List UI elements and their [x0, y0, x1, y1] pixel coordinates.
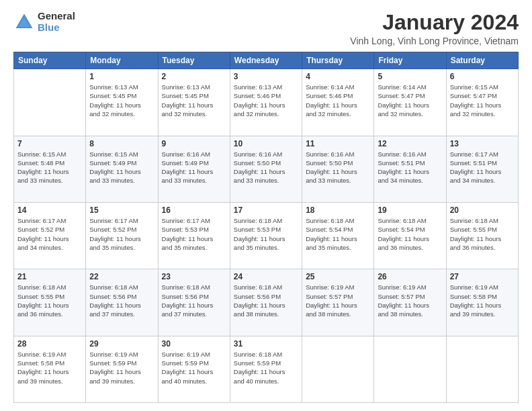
calendar-cell: 22Sunrise: 6:18 AMSunset: 5:56 PMDayligh…: [86, 269, 158, 336]
day-info: Sunrise: 6:13 AMSunset: 5:45 PMDaylight:…: [89, 83, 154, 118]
calendar-cell: 2Sunrise: 6:13 AMSunset: 5:45 PMDaylight…: [158, 69, 230, 136]
day-info: Sunrise: 6:16 AMSunset: 5:49 PMDaylight:…: [162, 150, 226, 185]
day-info: Sunrise: 6:17 AMSunset: 5:51 PMDaylight:…: [450, 150, 515, 185]
day-number: 6: [450, 72, 515, 81]
calendar-cell: 5Sunrise: 6:14 AMSunset: 5:47 PMDaylight…: [374, 69, 446, 136]
col-monday: Monday: [86, 52, 158, 69]
day-info: Sunrise: 6:18 AMSunset: 5:55 PMDaylight:…: [17, 283, 82, 318]
calendar-cell: 10Sunrise: 6:16 AMSunset: 5:50 PMDayligh…: [230, 136, 302, 202]
calendar-cell: 6Sunrise: 6:15 AMSunset: 5:47 PMDaylight…: [446, 69, 518, 136]
calendar-cell: 26Sunrise: 6:19 AMSunset: 5:57 PMDayligh…: [374, 269, 446, 336]
calendar-cell: 13Sunrise: 6:17 AMSunset: 5:51 PMDayligh…: [446, 136, 518, 202]
day-number: 20: [450, 205, 515, 215]
calendar-week-3: 14Sunrise: 6:17 AMSunset: 5:52 PMDayligh…: [14, 202, 519, 269]
day-info: Sunrise: 6:14 AMSunset: 5:47 PMDaylight:…: [378, 83, 442, 118]
day-info: Sunrise: 6:13 AMSunset: 5:46 PMDaylight:…: [234, 83, 298, 118]
calendar-cell: 17Sunrise: 6:18 AMSunset: 5:53 PMDayligh…: [230, 202, 302, 269]
day-info: Sunrise: 6:16 AMSunset: 5:50 PMDaylight:…: [234, 150, 298, 185]
day-info: Sunrise: 6:13 AMSunset: 5:45 PMDaylight:…: [162, 83, 226, 118]
day-number: 21: [17, 272, 82, 281]
day-info: Sunrise: 6:18 AMSunset: 5:59 PMDaylight:…: [234, 350, 298, 385]
col-thursday: Thursday: [302, 52, 374, 69]
calendar-cell: 16Sunrise: 6:17 AMSunset: 5:53 PMDayligh…: [158, 202, 230, 269]
calendar-cell: 31Sunrise: 6:18 AMSunset: 5:59 PMDayligh…: [230, 336, 302, 402]
calendar-cell: 15Sunrise: 6:17 AMSunset: 5:52 PMDayligh…: [86, 202, 158, 269]
logo: General Blue: [13, 11, 75, 33]
calendar-cell: 18Sunrise: 6:18 AMSunset: 5:54 PMDayligh…: [302, 202, 374, 269]
calendar-cell: 25Sunrise: 6:19 AMSunset: 5:57 PMDayligh…: [302, 269, 374, 336]
day-info: Sunrise: 6:19 AMSunset: 5:59 PMDaylight:…: [89, 350, 154, 385]
day-info: Sunrise: 6:18 AMSunset: 5:53 PMDaylight:…: [234, 216, 298, 252]
day-info: Sunrise: 6:18 AMSunset: 5:54 PMDaylight:…: [306, 216, 370, 252]
calendar-cell: 3Sunrise: 6:13 AMSunset: 5:46 PMDaylight…: [230, 69, 302, 136]
col-friday: Friday: [374, 52, 446, 69]
col-tuesday: Tuesday: [158, 52, 230, 69]
calendar-week-5: 28Sunrise: 6:19 AMSunset: 5:58 PMDayligh…: [14, 336, 519, 402]
day-number: 12: [378, 139, 442, 148]
col-sunday: Sunday: [14, 52, 86, 69]
calendar-cell: [374, 336, 446, 402]
day-info: Sunrise: 6:17 AMSunset: 5:53 PMDaylight:…: [162, 216, 226, 252]
calendar-cell: 29Sunrise: 6:19 AMSunset: 5:59 PMDayligh…: [86, 336, 158, 402]
day-info: Sunrise: 6:18 AMSunset: 5:55 PMDaylight:…: [450, 216, 515, 252]
day-number: 18: [306, 205, 370, 215]
day-info: Sunrise: 6:14 AMSunset: 5:46 PMDaylight:…: [306, 83, 370, 118]
day-info: Sunrise: 6:16 AMSunset: 5:51 PMDaylight:…: [378, 150, 442, 185]
logo-general-text: General: [38, 11, 75, 22]
day-number: 16: [162, 205, 226, 215]
day-number: 24: [234, 272, 298, 281]
calendar-cell: [14, 69, 86, 136]
day-number: 22: [89, 272, 154, 281]
day-number: 1: [89, 72, 154, 81]
day-info: Sunrise: 6:16 AMSunset: 5:50 PMDaylight:…: [306, 150, 370, 185]
day-number: 7: [17, 139, 82, 148]
calendar-cell: 4Sunrise: 6:14 AMSunset: 5:46 PMDaylight…: [302, 69, 374, 136]
calendar-cell: 20Sunrise: 6:18 AMSunset: 5:55 PMDayligh…: [446, 202, 518, 269]
day-info: Sunrise: 6:19 AMSunset: 5:58 PMDaylight:…: [17, 350, 82, 385]
calendar-header: Sunday Monday Tuesday Wednesday Thursday…: [14, 52, 519, 69]
day-info: Sunrise: 6:18 AMSunset: 5:56 PMDaylight:…: [162, 283, 226, 318]
calendar-week-2: 7Sunrise: 6:15 AMSunset: 5:48 PMDaylight…: [14, 136, 519, 202]
calendar-cell: 14Sunrise: 6:17 AMSunset: 5:52 PMDayligh…: [14, 202, 86, 269]
calendar-cell: 27Sunrise: 6:19 AMSunset: 5:58 PMDayligh…: [446, 269, 518, 336]
day-info: Sunrise: 6:19 AMSunset: 5:57 PMDaylight:…: [378, 283, 442, 318]
day-info: Sunrise: 6:17 AMSunset: 5:52 PMDaylight:…: [89, 216, 154, 252]
calendar-cell: 30Sunrise: 6:19 AMSunset: 5:59 PMDayligh…: [158, 336, 230, 402]
page: General Blue January 2024 Vinh Long, Vin…: [0, 0, 532, 411]
day-info: Sunrise: 6:19 AMSunset: 5:57 PMDaylight:…: [306, 283, 370, 318]
day-number: 5: [378, 72, 442, 81]
day-info: Sunrise: 6:15 AMSunset: 5:49 PMDaylight:…: [89, 150, 154, 185]
header: General Blue January 2024 Vinh Long, Vin…: [13, 11, 519, 46]
calendar-cell: 7Sunrise: 6:15 AMSunset: 5:48 PMDaylight…: [14, 136, 86, 202]
day-info: Sunrise: 6:17 AMSunset: 5:52 PMDaylight:…: [17, 216, 82, 252]
calendar-cell: 19Sunrise: 6:18 AMSunset: 5:54 PMDayligh…: [374, 202, 446, 269]
day-info: Sunrise: 6:18 AMSunset: 5:56 PMDaylight:…: [89, 283, 154, 318]
calendar-cell: 8Sunrise: 6:15 AMSunset: 5:49 PMDaylight…: [86, 136, 158, 202]
day-info: Sunrise: 6:18 AMSunset: 5:54 PMDaylight:…: [378, 216, 442, 252]
day-number: 9: [162, 139, 226, 148]
location: Vinh Long, Vinh Long Province, Vietnam: [350, 36, 519, 46]
day-number: 25: [306, 272, 370, 281]
calendar-cell: 28Sunrise: 6:19 AMSunset: 5:58 PMDayligh…: [14, 336, 86, 402]
day-number: 23: [162, 272, 226, 281]
calendar-cell: 12Sunrise: 6:16 AMSunset: 5:51 PMDayligh…: [374, 136, 446, 202]
logo-icon: [13, 11, 35, 33]
day-number: 31: [234, 339, 298, 349]
month-title: January 2024: [350, 11, 519, 34]
calendar-cell: 21Sunrise: 6:18 AMSunset: 5:55 PMDayligh…: [14, 269, 86, 336]
day-info: Sunrise: 6:18 AMSunset: 5:56 PMDaylight:…: [234, 283, 298, 318]
col-wednesday: Wednesday: [230, 52, 302, 69]
title-block: January 2024 Vinh Long, Vinh Long Provin…: [350, 11, 519, 46]
day-info: Sunrise: 6:19 AMSunset: 5:58 PMDaylight:…: [450, 283, 515, 318]
day-number: 10: [234, 139, 298, 148]
calendar-table: Sunday Monday Tuesday Wednesday Thursday…: [13, 52, 519, 403]
day-number: 11: [306, 139, 370, 148]
calendar-week-4: 21Sunrise: 6:18 AMSunset: 5:55 PMDayligh…: [14, 269, 519, 336]
header-row: Sunday Monday Tuesday Wednesday Thursday…: [14, 52, 519, 69]
day-number: 17: [234, 205, 298, 215]
calendar-cell: 11Sunrise: 6:16 AMSunset: 5:50 PMDayligh…: [302, 136, 374, 202]
day-number: 30: [162, 339, 226, 349]
day-info: Sunrise: 6:15 AMSunset: 5:48 PMDaylight:…: [17, 150, 82, 185]
day-number: 14: [17, 205, 82, 215]
day-number: 13: [450, 139, 515, 148]
